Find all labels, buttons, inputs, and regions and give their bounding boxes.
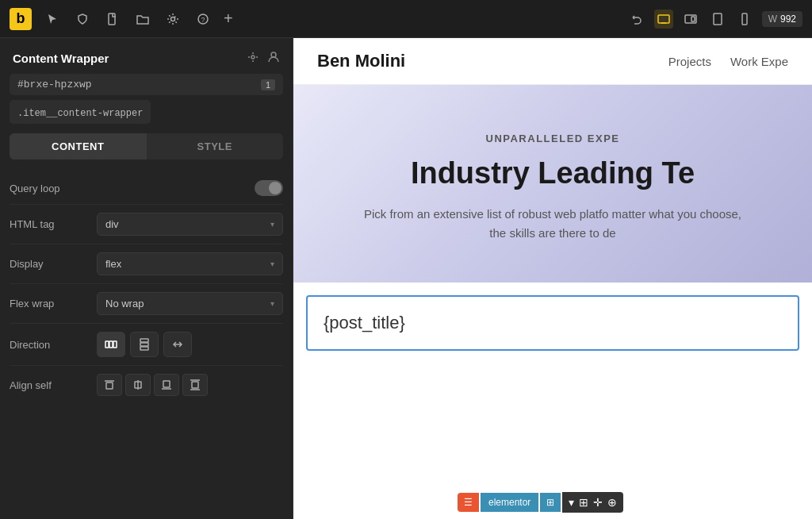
tablet-view-icon[interactable]	[708, 10, 727, 29]
content-style-tabs: CONTENT STYLE	[10, 133, 283, 160]
id-count-badge: 1	[261, 79, 275, 90]
query-loop-label: Query loop	[10, 183, 97, 194]
app-logo[interactable]: b	[10, 8, 32, 30]
tab-style[interactable]: STYLE	[147, 133, 284, 160]
main-area: Content Wrapper #brxe-hpzxwp 1 .item__co…	[0, 38, 812, 519]
flex-wrap-row: Flex wrap No wrap ▾	[10, 284, 283, 324]
tab-content[interactable]: CONTENT	[10, 133, 147, 160]
panel-settings-icon[interactable]	[247, 51, 259, 66]
svg-rect-7	[714, 13, 722, 25]
canvas-inner: Ben Molini Projects Work Expe UNPARALLEL…	[293, 38, 812, 519]
canvas-nav: Ben Molini Projects Work Expe	[293, 38, 812, 85]
grid-view-icon[interactable]: ⊞	[579, 496, 588, 509]
mobile-view-icon[interactable]	[735, 10, 754, 29]
align-self-row: Align self	[10, 366, 283, 404]
toolbar-right: W 992	[627, 10, 802, 29]
element-class-row[interactable]: .item__content-wrapper	[10, 100, 151, 124]
site-logo: Ben Molini	[317, 51, 405, 71]
right-canvas: Ben Molini Projects Work Expe UNPARALLEL…	[293, 38, 812, 519]
svg-rect-12	[109, 341, 113, 348]
html-tag-row: HTML tag div ▾	[10, 205, 283, 244]
svg-rect-4	[658, 15, 669, 23]
help-icon[interactable]: ?	[193, 10, 213, 29]
responsive-icon[interactable]	[681, 10, 700, 29]
svg-rect-16	[140, 347, 148, 350]
svg-rect-17	[106, 383, 113, 389]
cursor-icon[interactable]	[43, 10, 62, 29]
display-control: flex ▾	[97, 252, 283, 275]
properties-section: Query loop HTML tag div ▾ Display	[0, 172, 293, 404]
align-self-buttons	[97, 374, 208, 396]
align-end-button[interactable]	[154, 374, 179, 396]
html-tag-label: HTML tag	[10, 218, 97, 230]
align-self-label: Align self	[10, 379, 97, 391]
nav-projects[interactable]: Projects	[668, 55, 711, 68]
direction-row-button[interactable]	[97, 332, 125, 357]
display-value: flex	[105, 258, 121, 270]
width-value: 992	[780, 13, 796, 25]
element-id: #brxe-hpzxwp	[17, 79, 255, 90]
svg-point-1	[171, 17, 175, 21]
hero-subtitle: Pick from an extensive list of robust we…	[354, 205, 751, 243]
direction-control	[97, 332, 283, 357]
elementor-toggle-left[interactable]: ☰	[458, 493, 479, 512]
element-class: .item__content-wrapper	[17, 108, 143, 119]
svg-rect-20	[192, 382, 198, 388]
panel-header-icons	[247, 51, 280, 66]
folder-icon[interactable]	[133, 10, 152, 29]
elementor-label: elementor	[488, 497, 530, 508]
chevron-down-icon: ▾	[270, 220, 274, 229]
grid-icon: ⊞	[546, 497, 554, 508]
file-icon[interactable]	[103, 10, 122, 29]
html-tag-control: div ▾	[97, 213, 283, 236]
align-start-button[interactable]	[97, 374, 122, 396]
gear-icon[interactable]	[163, 10, 182, 29]
query-loop-control	[97, 180, 283, 196]
desktop-view-icon[interactable]	[654, 10, 673, 29]
direction-row: Direction	[10, 324, 283, 366]
add-element-button[interactable]: +	[224, 10, 233, 28]
hamburger-icon: ☰	[464, 497, 473, 508]
flex-wrap-control: No wrap ▾	[97, 292, 283, 315]
html-tag-value: div	[105, 218, 119, 230]
chevron-down-icon: ▾	[270, 260, 274, 268]
elementor-label-bar: elementor	[481, 493, 538, 512]
svg-point-10	[271, 52, 276, 57]
elementor-grid-icon-bar: ⊞	[540, 493, 561, 512]
canvas-hero: UNPARALLELED EXPE Industry Leading Te Pi…	[293, 85, 812, 283]
svg-rect-6	[691, 17, 695, 21]
panel-header: Content Wrapper	[0, 38, 293, 74]
flex-wrap-select[interactable]: No wrap ▾	[97, 292, 283, 315]
canvas-action-buttons: ▾ ⊞ ✛ ⊕	[562, 492, 623, 513]
dropdown-icon[interactable]: ▾	[569, 496, 574, 509]
post-title-text: {post_title}	[324, 313, 405, 333]
svg-rect-14	[140, 339, 148, 342]
hero-overline: UNPARALLELED EXPE	[317, 133, 788, 144]
direction-label: Direction	[10, 339, 97, 351]
query-loop-toggle[interactable]	[255, 180, 283, 196]
move-icon[interactable]: ⊕	[607, 496, 617, 509]
chevron-down-icon: ▾	[270, 299, 274, 308]
display-select[interactable]: flex ▾	[97, 252, 283, 275]
svg-rect-8	[742, 13, 747, 25]
align-stretch-button[interactable]	[182, 374, 208, 396]
add-icon[interactable]: ✛	[593, 496, 603, 509]
post-title-block[interactable]: {post_title}	[306, 295, 799, 351]
svg-text:?: ?	[201, 16, 205, 24]
html-tag-select[interactable]: div ▾	[97, 213, 283, 236]
undo-icon[interactable]	[627, 10, 646, 29]
nav-work-experience[interactable]: Work Expe	[730, 55, 788, 68]
top-toolbar: b ? +	[0, 0, 812, 38]
direction-reverse-button[interactable]	[163, 332, 192, 357]
align-center-button[interactable]	[125, 374, 151, 396]
svg-rect-15	[140, 343, 148, 346]
svg-rect-19	[163, 381, 170, 387]
width-badge: W 992	[762, 11, 802, 27]
left-panel: Content Wrapper #brxe-hpzxwp 1 .item__co…	[0, 38, 293, 519]
id-class-section: #brxe-hpzxwp 1 .item__content-wrapper	[0, 74, 293, 133]
element-id-row[interactable]: #brxe-hpzxwp 1	[10, 74, 283, 95]
direction-column-button[interactable]	[130, 332, 159, 357]
canvas-nav-links: Projects Work Expe	[668, 55, 788, 68]
shield-icon[interactable]	[73, 10, 92, 29]
panel-user-icon[interactable]	[267, 51, 280, 66]
